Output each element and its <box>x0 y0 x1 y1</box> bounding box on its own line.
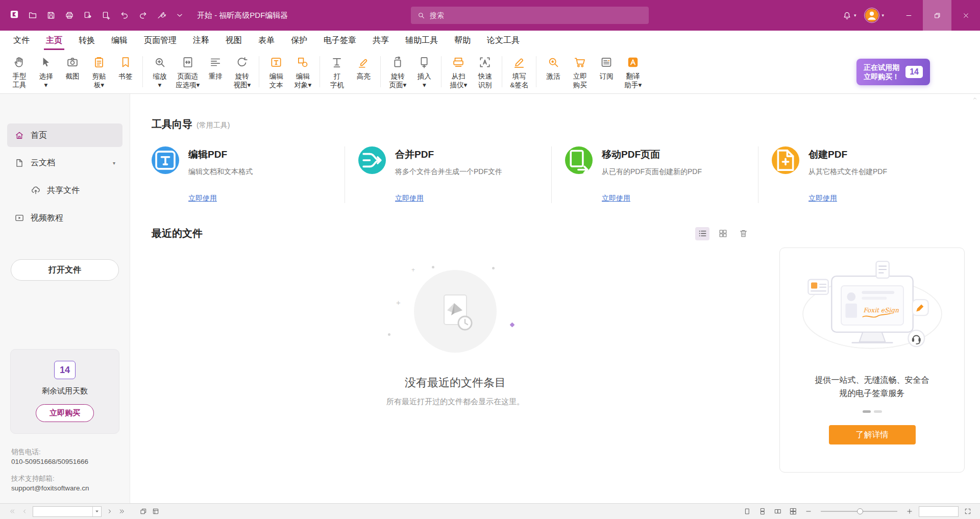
wizard-card-edit-pdf[interactable]: 编辑PDF编辑文档和文本格式立即使用 <box>152 146 345 203</box>
menu-tab-comment[interactable]: 注释 <box>185 31 217 50</box>
use-now-link[interactable]: 立即使用 <box>602 194 630 203</box>
previous-page-button[interactable] <box>18 506 31 517</box>
account-button[interactable]: ▾ <box>861 0 887 31</box>
save-button[interactable] <box>42 6 60 24</box>
trial-buy-badge[interactable]: 正在试用期 立即购买！ 14 <box>856 59 930 85</box>
print-button[interactable] <box>60 6 79 24</box>
tool-fill-sign[interactable]: 填写 &签名 <box>506 54 532 93</box>
tool-label: 翻译 助手▾ <box>624 72 642 89</box>
last-page-button[interactable] <box>116 506 128 517</box>
open-file-button[interactable]: 打开文件 <box>11 259 119 281</box>
carousel-dot[interactable] <box>874 410 882 413</box>
sidebar-item-video-tutorials[interactable]: 视频教程 <box>7 206 122 230</box>
menu-tab-edit[interactable]: 编辑 <box>103 31 136 50</box>
tool-clipboard[interactable]: 剪贴 板▾ <box>86 54 112 93</box>
export-pdf-button[interactable] <box>79 6 97 24</box>
list-view-button[interactable] <box>695 227 709 240</box>
use-now-link[interactable]: 立即使用 <box>395 194 424 203</box>
tool-fit-options[interactable]: 页面适 应选项▾ <box>173 54 202 93</box>
menu-tab-paper-tools[interactable]: 论文工具 <box>479 31 528 50</box>
sidebar-item-cloud-docs[interactable]: 云文档▾ <box>7 151 122 175</box>
sidebar-item-home[interactable]: 首页 <box>7 123 122 147</box>
use-now-link[interactable]: 立即使用 <box>808 194 837 203</box>
facing-continuous-view-button[interactable] <box>787 506 799 517</box>
redo-button[interactable] <box>134 6 152 24</box>
wizard-card-create-pdf[interactable]: 创建PDF从其它格式文件创建PDF立即使用 <box>758 146 965 203</box>
zoom-slider-thumb[interactable] <box>857 508 863 514</box>
tool-activate[interactable]: 激活 <box>540 54 567 93</box>
fullscreen-button[interactable] <box>962 506 974 517</box>
sidebar-item-shared-files[interactable]: 共享文件 <box>7 179 122 202</box>
tool-edit-text[interactable]: 编辑 文本 <box>263 54 289 93</box>
tool-rotate-view[interactable]: 旋转 视图▾ <box>229 54 255 93</box>
tool-subscribe[interactable]: 订阅 <box>593 54 620 93</box>
tool-zoom[interactable]: 缩放 ▾ <box>146 54 173 93</box>
menu-tab-convert[interactable]: 转换 <box>70 31 103 50</box>
tool-snapshot[interactable]: 截图 <box>59 54 86 93</box>
tool-hand-tool[interactable]: 手型 工具 <box>6 54 33 93</box>
grid-view-button[interactable] <box>716 227 730 240</box>
search-box[interactable] <box>411 7 649 24</box>
menu-tab-view[interactable]: 视图 <box>217 31 250 50</box>
menu-tab-esign[interactable]: 电子签章 <box>315 31 364 50</box>
zoom-slider[interactable] <box>821 507 897 515</box>
carousel-dot[interactable] <box>863 410 871 413</box>
zoom-in-button[interactable] <box>903 506 916 517</box>
tool-insert[interactable]: 插入 ▾ <box>411 54 437 93</box>
support-email-value[interactable]: support@foxitsoftware.cn <box>11 483 118 493</box>
open-button[interactable] <box>23 6 42 24</box>
minimize-button[interactable] <box>894 0 923 31</box>
tool-rotate-pages[interactable]: 旋转 页面▾ <box>384 54 411 93</box>
page-dropdown-caret-icon[interactable] <box>92 507 101 516</box>
single-page-view-button[interactable] <box>741 506 753 517</box>
clear-recent-button[interactable] <box>736 227 750 240</box>
tool-quick-ocr[interactable]: 快速 识别 <box>472 54 498 93</box>
tool-reflow[interactable]: 重排 <box>202 54 229 93</box>
tool-edit-object[interactable]: 编辑 对象▾ <box>289 54 316 93</box>
wizard-card-merge-pdf[interactable]: 合并PDF将多个文件合并生成一个PDF文件立即使用 <box>345 146 552 203</box>
page-number-input[interactable] <box>33 507 92 516</box>
tool-from-scanner[interactable]: 从扫 描仪▾ <box>445 54 472 93</box>
restore-button[interactable] <box>923 0 951 31</box>
tool-translate-assistant[interactable]: 翻译 助手▾ <box>620 54 646 93</box>
use-now-link[interactable]: 立即使用 <box>188 194 217 203</box>
menu-tab-protect[interactable]: 保护 <box>283 31 315 50</box>
close-button[interactable] <box>951 0 980 31</box>
esign-tool-button[interactable]: ▾ <box>152 6 170 24</box>
menu-tab-organize[interactable]: 页面管理 <box>136 31 185 50</box>
first-page-button[interactable] <box>6 506 18 517</box>
menu-tab-share[interactable]: 共享 <box>364 31 397 50</box>
menu-tab-accessibility[interactable]: 辅助工具 <box>397 31 446 50</box>
create-doc-button[interactable] <box>97 6 115 24</box>
undo-button[interactable] <box>115 6 134 24</box>
zoom-out-button[interactable] <box>802 506 815 517</box>
trial-days-label: 剩余试用天数 <box>42 386 88 396</box>
tool-select[interactable]: 选择 ▾ <box>33 54 59 93</box>
next-page-button[interactable] <box>104 506 116 517</box>
buy-now-button[interactable]: 立即购买 <box>36 404 94 422</box>
notifications-button[interactable]: ▾ <box>839 0 860 31</box>
tool-highlight[interactable]: 高亮 <box>350 54 377 93</box>
wizard-card-move-pdf-pages[interactable]: 移动PDF页面从已有的PDF页面创建新的PDF立即使用 <box>552 146 758 203</box>
tool-typewriter[interactable]: 打 字机 <box>324 54 350 93</box>
search-input[interactable] <box>430 11 643 19</box>
learn-more-button[interactable]: 了解详情 <box>829 425 916 444</box>
snapshot-view-button[interactable] <box>137 506 150 517</box>
scroll-up-icon[interactable] <box>972 95 978 102</box>
tool-bookmark[interactable]: 书签 <box>112 54 139 93</box>
facing-view-button[interactable] <box>772 506 784 517</box>
hand-tool-icon <box>13 55 26 69</box>
menu-tab-help[interactable]: 帮助 <box>446 31 479 50</box>
menu-tab-file[interactable]: 文件 <box>5 31 38 50</box>
foxit-pdf-editor-window: ▾ 开始 - 福昕高级PDF编辑器 ▾ ▾ 文件主页转换编辑页面管理注释视图表单… <box>0 0 980 519</box>
tool-buy-now[interactable]: 立即 购买 <box>567 54 593 93</box>
menu-tab-home[interactable]: 主页 <box>38 31 70 50</box>
continuous-view-button[interactable] <box>756 506 769 517</box>
split-view-button[interactable] <box>150 506 162 517</box>
foxit-logo[interactable] <box>5 6 23 24</box>
grid-view-icon <box>718 229 728 238</box>
menu-tab-form[interactable]: 表单 <box>250 31 283 50</box>
customize-quick-access-button[interactable] <box>170 6 189 24</box>
chevron-down-icon[interactable]: ▾ <box>113 160 115 166</box>
zoom-level-input[interactable] <box>919 506 959 517</box>
